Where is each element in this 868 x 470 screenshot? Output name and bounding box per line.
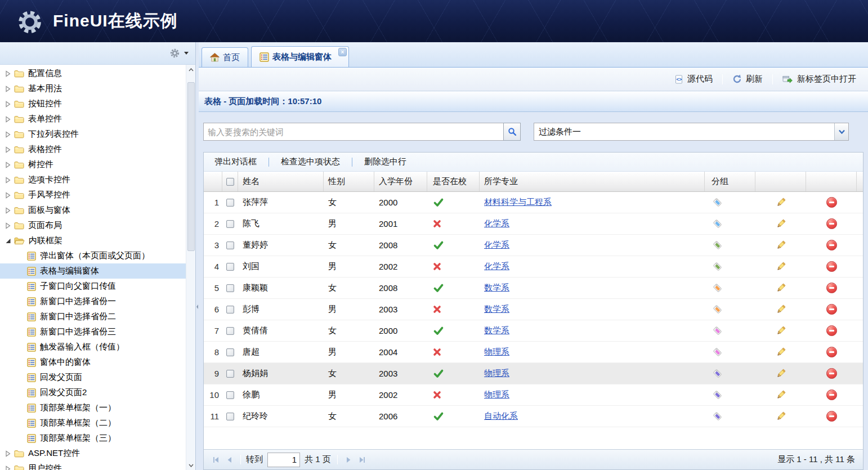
edit-pencil-icon[interactable] xyxy=(776,240,786,250)
sidebar-tree-item[interactable]: 表格与编辑窗体 xyxy=(0,263,186,279)
header-name[interactable]: 姓名 xyxy=(238,172,324,191)
delete-icon[interactable] xyxy=(826,240,837,250)
row-checkbox[interactable] xyxy=(226,327,234,335)
delete-icon[interactable] xyxy=(826,261,837,272)
sidebar-tree-item[interactable]: 页面布局 xyxy=(0,218,186,233)
edit-pencil-icon[interactable] xyxy=(776,261,786,272)
source-code-button[interactable]: <> 源代码 xyxy=(667,74,720,84)
sidebar-tree-item[interactable]: 树控件 xyxy=(0,157,186,172)
next-page-button[interactable] xyxy=(342,453,355,467)
settings-gear-button[interactable] xyxy=(169,48,189,59)
expand-arrow-icon[interactable] xyxy=(5,222,11,229)
expand-arrow-icon[interactable] xyxy=(5,465,11,470)
sidebar-tree-item[interactable]: 新窗口中选择省份一 xyxy=(0,294,186,309)
major-link[interactable]: 化学系 xyxy=(484,261,509,272)
sidebar-tree-item[interactable]: 配置信息 xyxy=(0,66,186,81)
delete-icon[interactable] xyxy=(826,390,837,400)
delete-icon[interactable] xyxy=(826,197,837,208)
first-page-button[interactable] xyxy=(209,453,223,467)
delete-icon[interactable] xyxy=(826,325,837,336)
sidebar-tree-item[interactable]: 子窗口向父窗口传值 xyxy=(0,279,186,294)
filter-dropdown[interactable]: 过滤条件一 xyxy=(534,123,849,141)
row-checkbox[interactable] xyxy=(226,413,234,420)
edit-pencil-icon[interactable] xyxy=(776,283,786,293)
row-checkbox[interactable] xyxy=(226,306,234,314)
prev-page-button[interactable] xyxy=(223,453,236,467)
edit-pencil-icon[interactable] xyxy=(776,325,786,336)
scrollbar-track[interactable] xyxy=(186,74,195,460)
delete-icon[interactable] xyxy=(826,411,837,422)
major-link[interactable]: 数学系 xyxy=(484,325,509,336)
delete-selected-button[interactable]: 删除选中行 xyxy=(356,156,415,167)
header-enrolled[interactable]: 是否在校 xyxy=(427,172,480,191)
open-new-tab-button[interactable]: 新标签页中打开 xyxy=(775,74,863,84)
edit-pencil-icon[interactable] xyxy=(776,197,786,208)
row-checkbox[interactable] xyxy=(226,284,234,292)
row-checkbox[interactable] xyxy=(226,220,234,228)
expand-arrow-icon[interactable] xyxy=(5,146,11,153)
expand-arrow-icon[interactable] xyxy=(5,70,11,77)
sidebar-tree-item[interactable]: 表格控件 xyxy=(0,142,186,157)
edit-pencil-icon[interactable] xyxy=(776,218,786,229)
header-major[interactable]: 所学专业 xyxy=(480,172,705,191)
edit-pencil-icon[interactable] xyxy=(776,368,786,379)
sidebar-tree-item[interactable]: 手风琴控件 xyxy=(0,187,186,203)
sidebar-scrollbar[interactable] xyxy=(186,65,195,470)
expand-arrow-icon[interactable] xyxy=(5,177,11,183)
sidebar-tree-item[interactable]: 按钮控件 xyxy=(0,96,186,111)
sidebar-tree-item[interactable]: 弹出窗体（本页面或父页面） xyxy=(0,248,186,263)
major-link[interactable]: 数学系 xyxy=(484,304,509,315)
header-group[interactable]: 分组 xyxy=(705,172,755,191)
sidebar-tree-item[interactable]: 触发器输入框（传值） xyxy=(0,339,186,355)
sidebar-tree-item[interactable]: 顶部菜单框架（三） xyxy=(0,431,186,446)
sidebar-tree-item[interactable]: 回发父页面 xyxy=(0,370,186,385)
header-year[interactable]: 入学年份 xyxy=(374,172,427,191)
major-link[interactable]: 物理系 xyxy=(484,368,509,379)
tab-home[interactable]: 首页 xyxy=(202,47,248,67)
expand-arrow-icon[interactable] xyxy=(5,450,11,457)
major-link[interactable]: 数学系 xyxy=(484,283,509,293)
row-checkbox[interactable] xyxy=(226,370,234,378)
sidebar-tree-item[interactable]: 用户控件 xyxy=(0,461,186,470)
major-link[interactable]: 自动化系 xyxy=(484,411,518,422)
scroll-down-button[interactable] xyxy=(186,460,195,470)
open-dialog-button[interactable]: 弹出对话框 xyxy=(206,156,265,167)
sidebar-splitter[interactable] xyxy=(196,42,199,470)
check-selection-button[interactable]: 检查选中项状态 xyxy=(272,156,348,167)
major-link[interactable]: 材料科学与工程系 xyxy=(484,197,552,208)
refresh-button[interactable]: 刷新 xyxy=(725,74,770,84)
sidebar-tree-item[interactable]: ASP.NET控件 xyxy=(0,446,186,461)
major-link[interactable]: 物理系 xyxy=(484,347,509,357)
expand-arrow-icon[interactable] xyxy=(5,207,11,214)
search-button[interactable] xyxy=(503,123,521,141)
scroll-up-button[interactable] xyxy=(186,65,195,74)
sidebar-tree-item[interactable]: 新窗口中选择省份二 xyxy=(0,309,186,324)
major-link[interactable]: 物理系 xyxy=(484,390,509,400)
collapse-arrow-icon[interactable] xyxy=(5,238,11,244)
last-page-button[interactable] xyxy=(355,453,369,467)
tab-grid-window[interactable]: 表格与编辑窗体 × xyxy=(251,46,349,67)
sidebar-tree-item[interactable]: 基本用法 xyxy=(0,81,186,96)
expand-arrow-icon[interactable] xyxy=(5,86,11,92)
sidebar-tree-item[interactable]: 选项卡控件 xyxy=(0,172,186,187)
expand-arrow-icon[interactable] xyxy=(5,101,11,108)
edit-pencil-icon[interactable] xyxy=(776,390,786,400)
row-checkbox[interactable] xyxy=(226,391,234,399)
row-checkbox[interactable] xyxy=(226,199,234,207)
row-checkbox[interactable] xyxy=(226,263,234,271)
sidebar-tree-item[interactable]: 表单控件 xyxy=(0,111,186,127)
sidebar-tree-item[interactable]: 顶部菜单框架（二） xyxy=(0,415,186,431)
row-checkbox[interactable] xyxy=(226,241,234,249)
delete-icon[interactable] xyxy=(826,304,837,315)
dropdown-trigger-button[interactable] xyxy=(834,123,848,140)
sidebar-tree-item[interactable]: 顶部菜单框架（一） xyxy=(0,400,186,415)
sidebar-tree-item[interactable]: 内联框架 xyxy=(0,233,186,248)
expand-arrow-icon[interactable] xyxy=(5,192,11,199)
expand-arrow-icon[interactable] xyxy=(5,162,11,168)
select-all-checkbox[interactable] xyxy=(226,178,234,186)
sidebar-tree-item[interactable]: 下拉列表控件 xyxy=(0,127,186,142)
expand-arrow-icon[interactable] xyxy=(5,116,11,123)
collapse-left-icon[interactable] xyxy=(196,298,199,315)
major-link[interactable]: 化学系 xyxy=(484,218,509,229)
sidebar-tree-item[interactable]: 新窗口中选择省份三 xyxy=(0,324,186,339)
